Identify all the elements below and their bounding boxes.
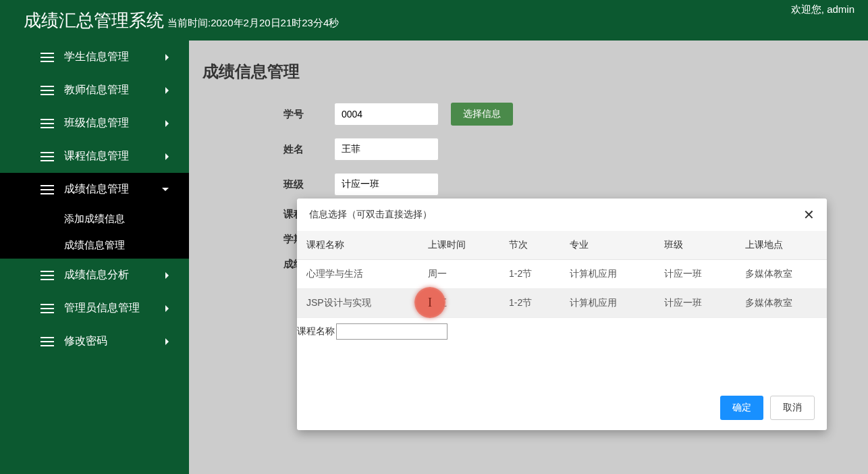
cell-location: 多媒体教室 [736, 260, 827, 289]
form-row-student-id: 学号 选择信息 [283, 103, 855, 126]
student-id-input[interactable] [334, 103, 439, 126]
sidebar-item-label: 管理员信息管理 [64, 301, 140, 315]
cell-course: JSP设计与实现 [297, 289, 418, 318]
sidebar-item-label: 课程信息管理 [64, 149, 129, 163]
chevron-right-icon [165, 338, 169, 345]
filter-label: 课程名称 [297, 325, 335, 338]
chevron-right-icon [165, 54, 169, 61]
list-icon [40, 152, 54, 161]
cancel-button[interactable]: 取消 [770, 396, 815, 420]
select-info-button[interactable]: 选择信息 [451, 103, 513, 126]
student-id-label: 学号 [283, 108, 324, 121]
sidebar-item-label: 学生信息管理 [64, 50, 129, 64]
table-header-class[interactable]: 班级 [655, 231, 736, 260]
modal-table: 课程名称 上课时间 节次 专业 班级 上课地点 心理学与生活 周一 1-2节 计… [297, 231, 827, 318]
table-header-course[interactable]: 课程名称 [297, 231, 418, 260]
sidebar-item-label: 成绩信息分析 [64, 268, 129, 282]
sidebar-item-analysis[interactable]: 成绩信息分析 [0, 259, 189, 292]
modal-close-button[interactable]: ✕ [803, 207, 815, 223]
chevron-right-icon [165, 305, 169, 312]
class-label: 班级 [283, 178, 324, 191]
list-icon [40, 53, 54, 62]
table-header-time[interactable]: 上课时间 [418, 231, 499, 260]
sidebar-item-admin[interactable]: 管理员信息管理 [0, 292, 189, 325]
cell-section: 1-2节 [499, 260, 560, 289]
sidebar: 学生信息管理 教师信息管理 班级信息管理 课程信息管理 成绩信息管理 添加成绩信… [0, 41, 189, 474]
list-icon [40, 119, 54, 128]
ok-button[interactable]: 确定 [720, 396, 763, 420]
list-icon [40, 86, 54, 95]
cell-class: 计应一班 [655, 289, 736, 318]
list-icon [40, 271, 54, 280]
filter-input[interactable] [336, 323, 447, 340]
sidebar-item-grade[interactable]: 成绩信息管理 [0, 173, 189, 206]
table-header-major[interactable]: 专业 [560, 231, 655, 260]
chevron-right-icon [165, 153, 169, 160]
cell-major: 计算机应用 [560, 260, 655, 289]
sidebar-item-student[interactable]: 学生信息管理 [0, 41, 189, 74]
sidebar-item-label: 修改密码 [64, 334, 107, 348]
page-title: 成绩信息管理 [202, 61, 855, 82]
table-row[interactable]: JSP设计与实现 周五 1-2节 计算机应用 计应一班 多媒体教室 [297, 289, 827, 318]
table-header-section[interactable]: 节次 [499, 231, 560, 260]
sidebar-item-label: 成绩信息管理 [64, 182, 129, 196]
cell-course: 心理学与生活 [297, 260, 418, 289]
modal-header: 信息选择（可双击直接选择） ✕ [297, 199, 827, 231]
cell-major: 计算机应用 [560, 289, 655, 318]
cell-time: 周一 [418, 260, 499, 289]
cell-location: 多媒体教室 [736, 289, 827, 318]
chevron-down-icon [162, 188, 169, 191]
sidebar-item-teacher[interactable]: 教师信息管理 [0, 74, 189, 107]
submenu-grade: 添加成绩信息 成绩信息管理 [0, 206, 189, 259]
list-icon [40, 304, 54, 313]
name-input[interactable] [334, 138, 439, 161]
class-input[interactable] [334, 173, 439, 196]
sidebar-item-label: 班级信息管理 [64, 116, 129, 130]
sidebar-item-class[interactable]: 班级信息管理 [0, 107, 189, 140]
sidebar-item-label: 教师信息管理 [64, 83, 129, 97]
form-row-class: 班级 [283, 173, 855, 196]
header: 成绩汇总管理系统 当前时间:2020年2月20日21时23分4秒 欢迎您, ad… [0, 0, 868, 41]
welcome-text: 欢迎您, admin [791, 3, 855, 16]
modal-select-info: 信息选择（可双击直接选择） ✕ 课程名称 上课时间 节次 专业 班级 上课地点 … [297, 199, 827, 430]
cell-time: 周五 [418, 289, 499, 318]
modal-filter: 课程名称 [297, 318, 827, 345]
chevron-right-icon [165, 272, 169, 279]
sidebar-item-course[interactable]: 课程信息管理 [0, 140, 189, 173]
name-label: 姓名 [283, 143, 324, 156]
chevron-right-icon [165, 87, 169, 94]
table-header-location[interactable]: 上课地点 [736, 231, 827, 260]
cell-class: 计应一班 [655, 260, 736, 289]
table-row[interactable]: 心理学与生活 周一 1-2节 计算机应用 计应一班 多媒体教室 [297, 260, 827, 289]
submenu-add-grade[interactable]: 添加成绩信息 [0, 206, 189, 232]
current-time: 当前时间:2020年2月20日21时23分4秒 [167, 17, 339, 30]
submenu-manage-grade[interactable]: 成绩信息管理 [0, 232, 189, 259]
modal-title: 信息选择（可双击直接选择） [309, 209, 432, 221]
list-icon [40, 337, 54, 346]
cell-section: 1-2节 [499, 289, 560, 318]
form-row-name: 姓名 [283, 138, 855, 161]
modal-footer: 确定 取消 [297, 386, 827, 430]
sidebar-item-password[interactable]: 修改密码 [0, 325, 189, 358]
list-icon [40, 185, 54, 194]
chevron-right-icon [165, 120, 169, 127]
app-title: 成绩汇总管理系统 [24, 9, 164, 32]
